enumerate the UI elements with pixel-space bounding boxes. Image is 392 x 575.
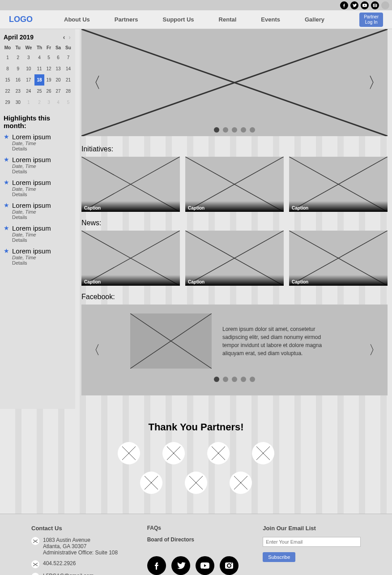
content-card[interactable]: Caption [81,157,180,212]
partner-logo[interactable] [118,442,140,464]
calendar-day[interactable]: 30 [13,97,23,108]
calendar-day[interactable]: 6 [53,52,63,63]
calendar-day[interactable]: 4 [53,97,63,108]
youtube-icon[interactable] [361,1,369,9]
calendar-day[interactable]: 17 [23,74,35,86]
faqs-link[interactable]: FAQs [147,525,245,531]
highlight-item[interactable]: ★Lorem ipsumDate, TimeDetails [4,156,72,174]
partner-logo[interactable] [162,442,185,464]
hero-dot[interactable] [214,127,219,133]
partner-logo[interactable] [140,472,162,494]
fb-dot[interactable] [214,377,219,382]
email-text: L5PCAC@gmail.com [43,573,94,575]
phone-icon [31,560,39,568]
content-card[interactable]: Caption [185,157,284,212]
calendar-day[interactable]: 11 [34,63,44,74]
board-link[interactable]: Board of Directors [147,536,245,543]
sidebar: April 2019 ‹ › MoTuWeThFrSaSu 1234567891… [0,29,75,409]
highlight-item[interactable]: ★Lorem ipsumDate, TimeDetails [4,224,72,243]
calendar-day[interactable]: 2 [34,97,44,108]
nav-item[interactable]: Support Us [163,16,194,23]
content-card[interactable]: Caption [289,231,388,286]
calendar-day[interactable]: 27 [53,86,63,97]
calendar-day[interactable]: 1 [2,52,13,63]
nav-item[interactable]: Rental [219,16,237,23]
content-card[interactable]: Caption [289,157,388,212]
site-logo[interactable]: LOGO [9,15,33,24]
hero-prev-icon[interactable]: 〈 [86,73,101,93]
facebook-icon[interactable] [147,556,166,575]
nav-item[interactable]: About Us [64,16,90,23]
calendar-day[interactable]: 24 [23,86,35,97]
email-icon [31,573,39,575]
calendar-day[interactable]: 15 [2,74,13,86]
instagram-icon[interactable] [220,556,239,575]
instagram-icon[interactable] [371,1,379,9]
calendar-day[interactable]: 25 [34,86,44,97]
fb-dot[interactable] [241,377,246,382]
hero-dot[interactable] [223,127,228,133]
highlight-item[interactable]: ★Lorem ipsumDate, TimeDetails [4,247,72,266]
content-card[interactable]: Caption [81,231,180,286]
calendar-day[interactable]: 23 [13,86,23,97]
highlight-item[interactable]: ★Lorem ipsumDate, TimeDetails [4,202,72,220]
nav-item[interactable]: Gallery [305,16,324,23]
fb-dot[interactable] [250,377,255,382]
calendar-next-icon[interactable]: › [68,34,72,41]
twitter-icon[interactable] [171,556,190,575]
email-input[interactable] [263,537,361,547]
calendar-day[interactable]: 1 [23,97,35,108]
calendar-day[interactable]: 8 [2,63,13,74]
calendar-prev-icon[interactable]: ‹ [62,34,66,41]
calendar-day[interactable]: 14 [63,63,73,74]
calendar-day[interactable]: 22 [2,86,13,97]
calendar-day[interactable]: 16 [13,74,23,86]
partner-logo[interactable] [207,442,230,464]
hero-dot[interactable] [250,127,255,133]
youtube-icon[interactable] [196,556,214,575]
calendar-day[interactable]: 10 [23,63,35,74]
facebook-icon[interactable] [340,1,348,9]
partner-login-button[interactable]: Partner Log In [359,13,383,27]
subscribe-button[interactable]: Subscribe [263,552,295,562]
calendar-day[interactable]: 18 [34,74,44,86]
hero-dot[interactable] [232,127,237,133]
account-icon[interactable] [381,1,389,9]
calendar-day[interactable]: 3 [44,97,53,108]
highlight-item[interactable]: ★Lorem ipsumDate, TimeDetails [4,179,72,197]
fb-prev-icon[interactable]: 〈 [88,342,100,359]
calendar-day[interactable]: 29 [2,97,13,108]
partner-logo[interactable] [230,472,252,494]
calendar-day[interactable]: 3 [23,52,35,63]
calendar-day[interactable]: 9 [13,63,23,74]
calendar-day[interactable]: 12 [44,63,53,74]
main-content: 〈 〉 Initiatives: CaptionCaptionCaption N… [75,29,392,409]
calendar-day[interactable]: 4 [34,52,44,63]
hero-dot[interactable] [241,127,246,133]
highlight-item[interactable]: ★Lorem ipsumDate, TimeDetails [4,133,72,151]
fb-next-icon[interactable]: 〉 [369,342,381,359]
calendar-day[interactable]: 5 [44,52,53,63]
twitter-icon[interactable] [350,1,358,9]
nav-item[interactable]: Events [261,16,280,23]
calendar-day[interactable]: 5 [63,97,73,108]
dow-label: Th [34,43,44,52]
partner-logo[interactable] [252,442,274,464]
nav-item[interactable]: Partners [115,16,138,23]
calendar-day[interactable]: 13 [53,63,63,74]
partners-heading: Thank You Partners! [0,421,392,433]
calendar-day[interactable]: 26 [44,86,53,97]
calendar-day[interactable]: 28 [63,86,73,97]
fb-dot[interactable] [232,377,237,382]
hero-next-icon[interactable]: 〉 [368,73,383,93]
calendar-day[interactable]: 20 [53,74,63,86]
calendar-day[interactable]: 21 [63,74,73,86]
calendar-day[interactable]: 7 [63,52,73,63]
fb-dot[interactable] [223,377,228,382]
content-card[interactable]: Caption [185,231,284,286]
calendar-day[interactable]: 2 [13,52,23,63]
card-caption: Caption [81,275,180,286]
star-icon: ★ [4,247,9,266]
partner-logo[interactable] [185,472,207,494]
calendar-day[interactable]: 19 [44,74,53,86]
